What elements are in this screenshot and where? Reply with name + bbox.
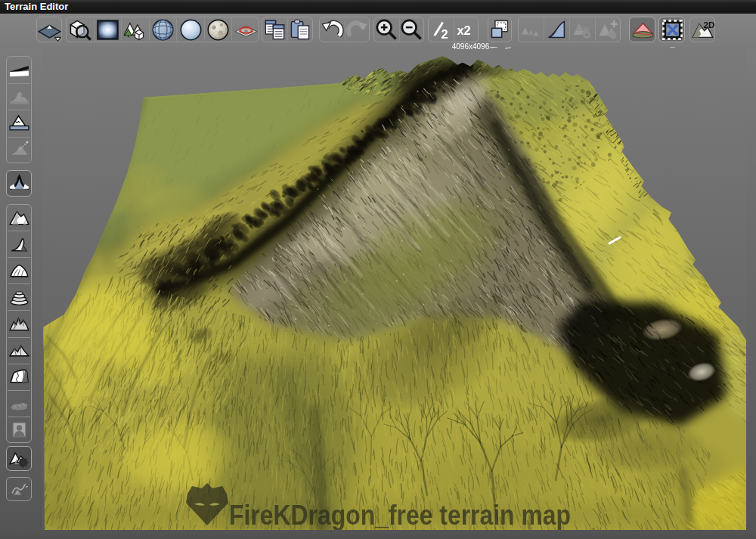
svg-text:2: 2 <box>441 26 448 40</box>
svg-text:x2: x2 <box>457 23 470 37</box>
svg-text:2D: 2D <box>703 20 714 29</box>
